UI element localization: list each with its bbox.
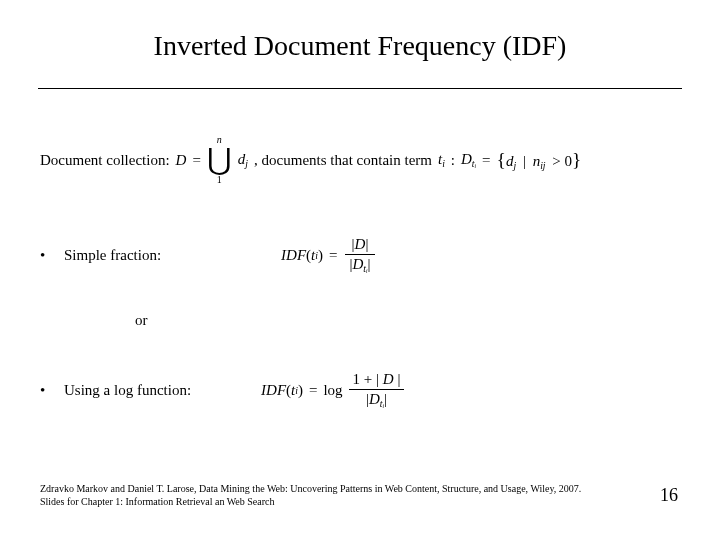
union-bot: 1 [217,175,222,185]
colon: : [451,152,455,169]
formula-simple: IDF(ti) = |D| |Dti| [281,235,376,276]
num-D: D [355,236,366,252]
slide-title: Inverted Document Frequency (IDF) [0,30,720,62]
den2-D: D [369,391,380,407]
set-gt0: > 0 [552,153,572,169]
fraction-simple: |D| |Dti| [345,235,374,276]
math-D: D [176,152,187,169]
union-operator: n ⋃ 1 [207,135,232,185]
set-ij: ij [540,160,545,171]
bullet-simple-text: Simple fraction: [64,247,161,264]
math-Dti-i: i [475,163,477,169]
footer-citation: Zdravko Markov and Daniel T. Larose, Dat… [40,483,600,508]
title-rule [38,88,682,89]
math-set: {dj | nij > 0} [497,149,582,171]
math-ti-i: i [442,158,445,169]
label-contain: , documents that contain term [254,152,432,169]
footer-line1: Zdravko Markov and Daniel T. Larose, Dat… [40,483,600,496]
bullet-log: • Using a log function: IDF(ti) = log 1 … [40,370,406,411]
math-Dti: Dti [461,151,476,170]
page-number: 16 [660,485,678,506]
den-bar-r: | [368,256,371,272]
den-D: D [352,256,363,272]
num-bar-r: | [365,236,368,252]
math-eq2: = [482,152,490,169]
math-ti: ti [438,151,445,169]
fraction-log: 1 + | D | |Dti| [349,370,405,411]
footer-line2: Slides for Chapter 1: Information Retrie… [40,496,600,509]
log-label: log [323,382,342,399]
math-dj: dj [238,151,248,169]
definition-line: Document collection: D = n ⋃ 1 dj , docu… [40,135,680,185]
math-dj-j: j [245,158,248,169]
num2-D: D [383,371,394,387]
slide: Inverted Document Frequency (IDF) Docume… [0,0,720,540]
num2-1plus: 1 + | [353,371,379,387]
math-eq: = [192,152,200,169]
math-Dti-D: D [461,151,472,167]
den2-bar-r: | [384,391,387,407]
bullet-log-text: Using a log function: [64,382,191,399]
idf2-label: IDF [261,382,286,399]
idf-eq: = [329,247,337,264]
bullet-simple: • Simple fraction: IDF(ti) = |D| |Dti| [40,235,377,276]
idf2-eq: = [309,382,317,399]
num2-bar-r: | [397,371,400,387]
set-bar: | [523,153,526,169]
or-label: or [135,312,148,329]
label-collection: Document collection: [40,152,170,169]
bullet-dot-icon: • [40,382,64,399]
formula-log: IDF(ti) = log 1 + | D | |Dti| [261,370,406,411]
set-dj-j: j [513,160,516,171]
union-symbol: ⋃ [207,145,232,175]
bullet-dot-icon: • [40,247,64,264]
idf-label: IDF [281,247,306,264]
